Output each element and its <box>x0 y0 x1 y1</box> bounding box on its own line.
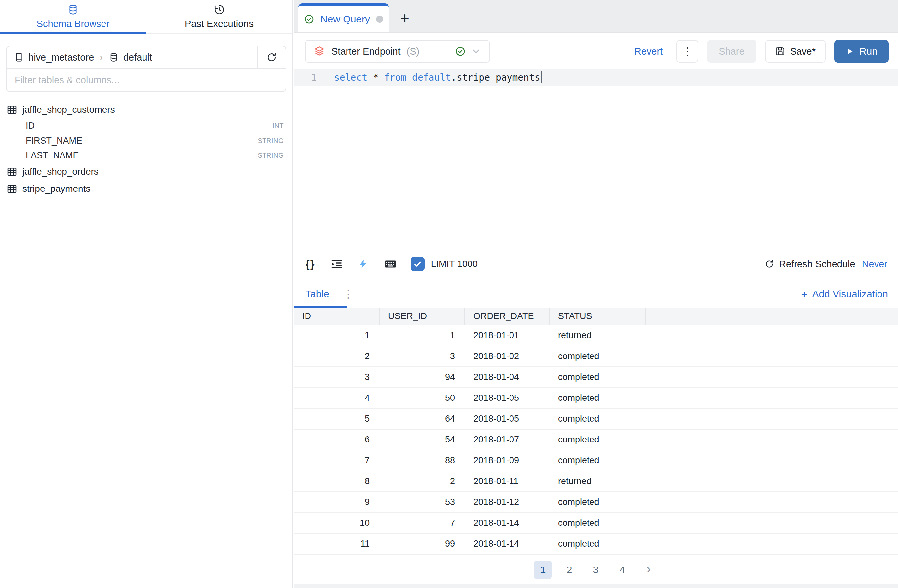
table-name: stripe_payments <box>23 183 90 194</box>
table-cell: 2018-01-02 <box>465 346 549 366</box>
table-cell: completed <box>549 367 646 387</box>
breadcrumb-path[interactable]: hive_metastore › default <box>7 52 257 63</box>
page-button-4[interactable]: 4 <box>613 560 632 579</box>
table-cell: completed <box>549 513 646 533</box>
format-braces-icon[interactable]: {} <box>306 258 315 270</box>
table-cell: 50 <box>380 388 465 408</box>
auto-indent-icon[interactable] <box>331 258 343 270</box>
table-name: jaffle_shop_orders <box>23 166 98 177</box>
table-cell: 2018-01-05 <box>465 388 549 408</box>
sql-token: * <box>368 72 384 83</box>
lightning-icon[interactable] <box>358 259 368 269</box>
query-editor-panel: New Query + Starter Endpoint (S) <box>294 0 898 588</box>
visualization-kebab-icon[interactable]: ⋮ <box>343 288 354 300</box>
sql-active-line[interactable]: 1 select * from default.stripe_payments <box>294 69 898 86</box>
refresh-schema-button[interactable] <box>257 46 286 68</box>
table-cell-filler <box>646 429 898 450</box>
breadcrumb-catalog[interactable]: hive_metastore <box>28 52 94 63</box>
sql-editor[interactable]: 1 select * from default.stripe_payments <box>294 69 898 252</box>
refresh-schedule-icon <box>764 259 774 269</box>
table-cell: 1 <box>380 325 465 346</box>
schema-sidebar: Schema Browser Past Executions hive_meta… <box>0 0 293 588</box>
tab-new-query[interactable]: New Query <box>298 3 389 32</box>
visualization-tabs: Table ⋮ + Add Visualization <box>294 280 898 308</box>
filter-row <box>7 69 286 91</box>
query-tabstrip: New Query + <box>294 0 898 33</box>
tree-column-ID[interactable]: IDINT <box>0 119 292 133</box>
column-name: FIRST_NAME <box>26 135 82 146</box>
column-type: STRING <box>258 152 284 159</box>
results-table-header: IDUSER_IDORDER_DATESTATUS <box>294 308 898 325</box>
table-icon <box>7 183 17 194</box>
endpoint-name: Starter Endpoint <box>331 46 401 57</box>
table-cell: returned <box>549 471 646 491</box>
table-cell: 53 <box>380 492 465 512</box>
tree-table-jaffle_shop_customers[interactable]: jaffle_shop_customers <box>0 101 292 119</box>
filter-input[interactable] <box>15 75 278 86</box>
limit-checkbox[interactable] <box>411 257 424 271</box>
endpoint-size: (S) <box>407 46 420 57</box>
query-status-check-icon <box>304 14 314 25</box>
catalog-icon <box>14 52 24 62</box>
breadcrumb-schema[interactable]: default <box>123 52 152 63</box>
tree-table-jaffle_shop_orders[interactable]: jaffle_shop_orders <box>0 163 292 180</box>
endpoint-selector[interactable]: Starter Endpoint (S) <box>305 40 490 63</box>
table-cell: 2018-01-09 <box>465 450 549 471</box>
sql-token <box>406 72 412 83</box>
refresh-schedule-value[interactable]: Never <box>862 259 887 269</box>
table-cell: completed <box>549 492 646 512</box>
table-cell: completed <box>549 388 646 408</box>
table-row: 7882018-01-09completed <box>294 450 898 471</box>
tab-schema-browser[interactable]: Schema Browser <box>0 0 146 34</box>
browser-controls: hive_metastore › default <box>6 46 286 92</box>
table-cell: 2018-01-11 <box>465 471 549 491</box>
new-tab-button[interactable]: + <box>389 3 421 32</box>
sql-token: . <box>451 72 457 83</box>
run-button-label: Run <box>859 46 878 57</box>
page-button-1[interactable]: 1 <box>534 560 552 579</box>
sql-code: select * from default.stripe_payments <box>317 72 540 83</box>
tree-column-FIRST_NAME[interactable]: FIRST_NAMESTRING <box>0 133 292 148</box>
page-button-3[interactable]: 3 <box>587 560 605 579</box>
share-button[interactable]: Share <box>707 40 756 63</box>
table-cell: 3 <box>294 367 380 387</box>
save-button[interactable]: Save* <box>765 40 826 63</box>
chevron-down-icon <box>471 46 481 57</box>
table-row: 11992018-01-14completed <box>294 534 898 554</box>
tab-schema-browser-label: Schema Browser <box>37 18 110 29</box>
table-cell: 11 <box>294 534 380 554</box>
table-cell: completed <box>549 346 646 366</box>
line-number: 1 <box>294 72 317 83</box>
table-name: jaffle_shop_customers <box>23 105 115 115</box>
add-visualization-button[interactable]: + Add Visualization <box>801 288 888 300</box>
tab-past-executions[interactable]: Past Executions <box>146 0 292 34</box>
table-cell-filler <box>646 492 898 512</box>
table-row: 232018-01-02completed <box>294 346 898 367</box>
next-page-button[interactable]: › <box>640 560 658 579</box>
refresh-schedule-label: Refresh Schedule <box>779 259 855 269</box>
run-play-icon <box>846 47 854 55</box>
table-row: 822018-01-11returned <box>294 471 898 492</box>
table-cell: 99 <box>380 534 465 554</box>
table-cell: 10 <box>294 513 380 533</box>
column-name: ID <box>26 121 35 131</box>
table-icon <box>7 105 17 115</box>
table-cell: returned <box>549 325 646 346</box>
checkbox-check-icon <box>413 259 422 269</box>
tree-column-LAST_NAME[interactable]: LAST_NAMESTRING <box>0 148 292 163</box>
run-button[interactable]: Run <box>834 40 889 63</box>
table-row: 3942018-01-04completed <box>294 367 898 388</box>
keyboard-shortcuts-icon[interactable] <box>383 257 397 271</box>
text-cursor <box>541 71 541 83</box>
query-toolbar: Starter Endpoint (S) Revert ⋮ Share S <box>294 34 898 69</box>
column-type: INT <box>272 122 284 129</box>
column-header-filler <box>646 308 898 325</box>
tab-table-visualization[interactable]: Table <box>306 288 329 300</box>
revert-link[interactable]: Revert <box>635 46 663 57</box>
tree-table-stripe_payments[interactable]: stripe_payments <box>0 180 292 197</box>
table-cell-filler <box>646 450 898 471</box>
page-button-2[interactable]: 2 <box>560 560 579 579</box>
table-cell-filler <box>646 325 898 346</box>
query-menu-kebab-button[interactable]: ⋮ <box>677 40 698 63</box>
table-cell: 1 <box>294 325 380 346</box>
